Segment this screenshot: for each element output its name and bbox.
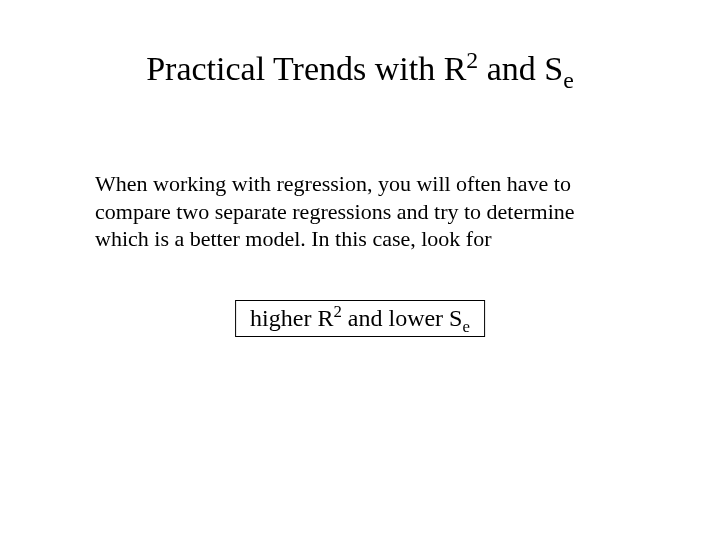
boxed-text-pre: higher R	[250, 305, 333, 331]
title-text-mid: and S	[478, 50, 563, 87]
slide-title: Practical Trends with R2 and Se	[0, 50, 720, 88]
boxed-callout: higher R2 and lower Se	[235, 300, 485, 337]
boxed-superscript: 2	[333, 302, 341, 321]
boxed-subscript: e	[462, 317, 469, 336]
slide-body-text: When working with regression, you will o…	[95, 170, 615, 253]
title-text-pre: Practical Trends with R	[146, 50, 466, 87]
boxed-text-mid: and lower S	[342, 305, 463, 331]
title-subscript: e	[563, 67, 574, 93]
title-superscript: 2	[466, 47, 478, 73]
